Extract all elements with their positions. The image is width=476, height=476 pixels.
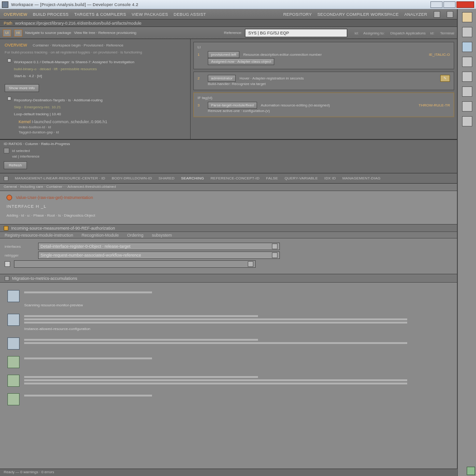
toolbar-label-1: Navigate to source package: [25, 31, 71, 35]
chevron-down-icon: [248, 261, 253, 267]
overview-b2t: Repository-Destination-Targets · is · Ad…: [14, 97, 103, 103]
card-header: IF tag(id): [198, 96, 450, 100]
overview-crumbs: Container · Workspace begin · Provisione…: [33, 43, 123, 47]
message-sub: General · Including care · Container · ·…: [0, 184, 457, 191]
form-status-icon: [4, 226, 8, 231]
overview-p3: Start-is · 4.2 · [ld]: [14, 73, 134, 79]
card-index: 2: [198, 76, 204, 80]
form-label: retrigger: [5, 253, 34, 258]
chip-ui[interactable]: UI: [3, 29, 11, 37]
menu-debug[interactable]: Debug Assist: [174, 12, 206, 17]
card-sub: Build-handler: Recognize via target: [208, 82, 450, 86]
rail-icon-4[interactable]: [462, 57, 472, 67]
result-item[interactable]: [7, 337, 450, 350]
form-subtab[interactable]: Registry-resource-module-instruction: [5, 233, 73, 238]
menu-packages[interactable]: View Packages: [132, 12, 168, 17]
form-select-interfaces[interactable]: Detail-interface-register-0-Object · rel…: [38, 243, 280, 250]
right-tool-rail: [457, 9, 476, 476]
card-pill[interactable]: administrator: [208, 75, 236, 82]
rail-icon-1[interactable]: [462, 12, 472, 22]
rail-icon-6[interactable]: [462, 86, 472, 97]
form-label: interfaces: [5, 245, 34, 249]
ratio-row: id selected: [12, 149, 30, 153]
card-index: 3: [198, 103, 204, 107]
status-bar: Ready — 0 warnings · 0 errors: [0, 469, 457, 476]
rail-icon-5[interactable]: [462, 72, 472, 82]
card-pill[interactable]: provisioned-left: [208, 51, 239, 58]
show-more-button[interactable]: Show more info: [5, 84, 39, 92]
form-select-retrigger[interactable]: Single-request-number-associated-workflo…: [38, 251, 280, 259]
result-thumb-icon: [7, 375, 20, 387]
tab-item[interactable]: idx id: [324, 176, 336, 180]
menu-build[interactable]: Build Process: [33, 12, 69, 17]
breadcrumb-label: Path: [4, 21, 13, 26]
search-label: Reference:: [224, 31, 242, 35]
rail-icon-2[interactable]: [462, 27, 472, 37]
menu-repository[interactable]: Repository: [283, 12, 312, 17]
card-value: Resource-description-editor-connection n…: [243, 53, 425, 57]
warning-line: Value-User-(raw-raw-get)-Instrumentation: [7, 195, 450, 200]
tab-item[interactable]: Searching: [181, 176, 204, 180]
form-subtab[interactable]: subsystem: [152, 233, 172, 238]
card-3[interactable]: IF tag(id) 3 Parse-target-module/fixed A…: [193, 93, 454, 117]
search-input[interactable]: [245, 29, 347, 37]
chip-hi[interactable]: HI: [14, 29, 22, 37]
card-1[interactable]: LI 1 provisioned-left Resource-descripti…: [193, 42, 454, 69]
tab-item[interactable]: management-linear-resource-center · id: [15, 176, 105, 180]
tab-item[interactable]: false: [266, 176, 278, 180]
results-icon: [5, 276, 9, 281]
toolbar-label-2: View file tree · Reference provisioning: [74, 31, 136, 35]
result-item[interactable]: [7, 393, 450, 405]
card-sub[interactable]: Assigned-now · Adapter-class-object: [208, 58, 274, 65]
result-thumb-icon: [7, 393, 20, 405]
results-panel: Migration-to-metrics-accumulations Scann…: [0, 274, 457, 476]
breadcrumb: Path workspace://project/library-0.216.4…: [0, 20, 457, 27]
resize-grip-icon[interactable]: [467, 467, 475, 475]
tab-strip: management-linear-resource-center · id b…: [0, 173, 457, 184]
result-item[interactable]: [7, 356, 450, 368]
bullet-icon: [7, 97, 11, 100]
tab-item[interactable]: Reference-Concept-id: [211, 176, 259, 180]
form-subtab[interactable]: Recognition-Module: [82, 233, 119, 238]
checkbox-icon[interactable]: [4, 148, 9, 153]
refresh-button[interactable]: Refresh: [4, 161, 27, 169]
chevron-down-icon: [272, 244, 278, 249]
tab-item[interactable]: Query-variable: [284, 176, 318, 180]
overview-b2s: Skip · Emergency-rec. 10.21: [14, 104, 103, 110]
form-checkbox[interactable]: [5, 261, 10, 267]
settings-icon[interactable]: [434, 11, 440, 18]
overview-k3: Tagged-duration-gap · id: [19, 130, 185, 134]
maximize-button[interactable]: [443, 1, 456, 8]
minimize-button[interactable]: [430, 1, 443, 8]
menu-analyzer[interactable]: Analyzer: [404, 12, 427, 17]
close-button[interactable]: [456, 1, 474, 8]
form-select-empty[interactable]: [14, 260, 256, 268]
menu-targets[interactable]: Targets & Compilers: [74, 12, 126, 17]
result-thumb-icon: [7, 290, 20, 302]
tab-item[interactable]: management-diag: [342, 176, 380, 180]
result-item[interactable]: Scanning resource-monitor-preview: [7, 290, 450, 307]
ratio-row: val | interference: [12, 154, 40, 159]
overview-title: Overview: [5, 43, 27, 47]
form-panel: Incoming-source-measurement-of-90-REF-au…: [0, 225, 457, 274]
tab-item[interactable]: body-drilldown-id: [112, 176, 152, 180]
form-subtab[interactable]: Ordering: [127, 233, 144, 238]
tab-icon[interactable]: [4, 176, 8, 181]
result-item[interactable]: Instance-allowed-resource-configuration: [7, 314, 450, 331]
menu-overview[interactable]: Overview: [4, 12, 27, 17]
tab-item[interactable]: shared: [159, 176, 175, 180]
overview-panel: Overview Container · Workspace begin · P…: [0, 39, 191, 139]
rail-icon-8[interactable]: [462, 116, 472, 126]
ratio-heading: ID RATIOS · Column · Ratio-in-Progress: [4, 142, 453, 146]
card-pill[interactable]: Parse-target-module/fixed: [208, 102, 257, 109]
rail-icon-3[interactable]: [462, 42, 472, 52]
overview-p2: build-binary-o · deload · lift · permiss…: [14, 66, 134, 72]
card-2[interactable]: 2 administrator Hover · Adapter-registra…: [193, 72, 454, 90]
menu-secondary[interactable]: Secondary Compiler Workspace: [317, 12, 399, 17]
grid-icon[interactable]: [447, 11, 453, 18]
rail-icon-7[interactable]: [462, 101, 472, 112]
edit-icon[interactable]: ✎: [440, 75, 450, 82]
result-item[interactable]: [7, 375, 450, 387]
overview-k2: Index-toolbox-id · id: [19, 125, 185, 129]
message-panel: General · Including care · Container · ·…: [0, 184, 457, 225]
